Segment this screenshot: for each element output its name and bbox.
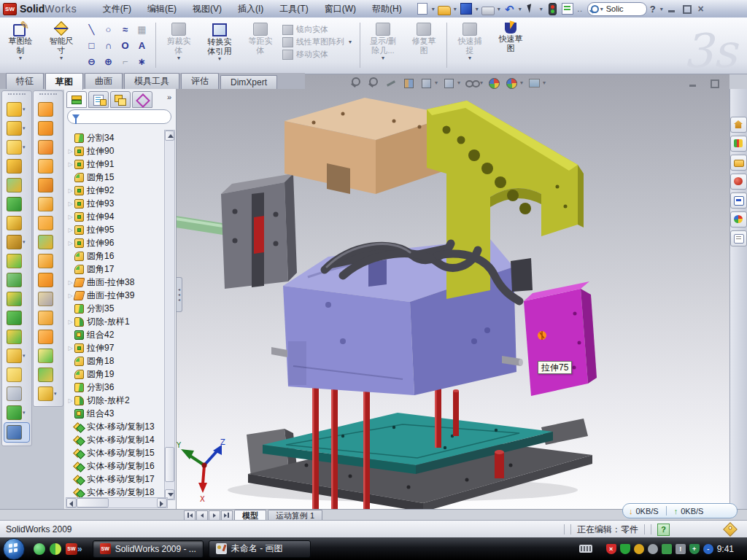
lofted-surface-button[interactable] <box>34 157 63 176</box>
tree-item[interactable]: ▷拉伸92 <box>66 184 166 197</box>
part-clamp-block[interactable] <box>177 174 297 289</box>
tag-icon[interactable] <box>723 522 738 537</box>
sketch-caret-icon[interactable]: ▾ <box>19 55 22 61</box>
tree-item[interactable]: 圆角17 <box>66 262 166 276</box>
ellipse-tool[interactable]: O <box>117 37 133 53</box>
display-delete-relations-button[interactable]: 显示/删 除几... ▾ <box>363 20 403 61</box>
wireless-warning-tray-icon[interactable]: ! <box>676 544 686 554</box>
tree-item[interactable]: ▷拉伸96 <box>66 236 166 249</box>
model-canvas[interactable]: X Y Z <box>177 74 729 509</box>
network-vpn-tray-icon[interactable] <box>662 544 672 554</box>
tree-item[interactable]: 实体-移动/复制15 <box>66 446 166 459</box>
extruded-cut-button[interactable]: ▾ <box>2 119 31 138</box>
tree-vertical-scrollbar[interactable] <box>164 130 175 500</box>
tree-item[interactable]: 分割36 <box>66 381 166 394</box>
tree-item[interactable]: 组合43 <box>66 407 166 420</box>
convert-caret-icon[interactable]: ▾ <box>218 55 221 62</box>
fillet-surface-button[interactable] <box>34 346 63 365</box>
toolbar-grip[interactable] <box>8 93 26 98</box>
scroll-left-button[interactable] <box>66 498 77 508</box>
tab-草图[interactable]: 草图 <box>45 73 83 90</box>
move-entities-button[interactable]: 移动实体 <box>282 49 353 60</box>
taskbar-button-solidworks[interactable]: SWSolidWorks 2009 - ... <box>93 540 204 558</box>
combine-button[interactable] <box>2 308 31 327</box>
smart-dimension-button[interactable]: 智能尺 寸 ▾ <box>41 20 82 61</box>
section-view-icon[interactable] <box>403 77 415 89</box>
measure-button[interactable] <box>4 422 30 443</box>
help-button[interactable]: ? <box>647 4 659 15</box>
scroll-thumb[interactable] <box>165 447 174 482</box>
save-icon[interactable] <box>460 3 472 15</box>
dropdown-caret-icon[interactable]: ▾ <box>23 239 27 245</box>
point-tool[interactable]: ∗ <box>133 53 150 69</box>
tree-item[interactable]: ▷拉伸91 <box>66 158 166 171</box>
tree-item[interactable]: 分割34 <box>66 131 166 144</box>
tab-评估[interactable]: 评估 <box>181 73 219 89</box>
search-dropdown-caret-icon[interactable]: ▾ <box>600 6 603 12</box>
quick-tip-help-icon[interactable]: ? <box>657 524 670 536</box>
sync-blocked-tray-icon[interactable]: - <box>703 544 713 554</box>
print-icon[interactable] <box>481 7 495 15</box>
boundary-surface-button[interactable] <box>34 176 63 195</box>
thicken-button[interactable] <box>34 252 63 271</box>
options-checklist-icon[interactable] <box>562 3 573 15</box>
dropdown-caret-icon[interactable]: ▾ <box>476 6 479 12</box>
dropdown-caret-icon[interactable]: ▾ <box>457 79 460 86</box>
antivirus-alert-tray-icon[interactable]: × <box>606 544 616 554</box>
dropdown-caret-icon[interactable]: ▾ <box>498 6 500 12</box>
tree-item[interactable]: ▷拉伸90 <box>66 144 166 158</box>
configuration-manager-tab[interactable] <box>110 91 131 108</box>
part-magenta-block[interactable] <box>524 281 597 396</box>
tree-item[interactable]: 圆角16 <box>66 249 166 262</box>
dropdown-caret-icon[interactable]: ▾ <box>23 125 27 131</box>
smart-dimension-caret-icon[interactable]: ▾ <box>60 55 63 61</box>
quick-snaps-button[interactable]: 快速捕 捉 ▾ <box>449 20 490 61</box>
expand-arrow-icon[interactable]: ▷ <box>66 240 74 246</box>
tree-item[interactable]: ▷曲面-拉伸38 <box>66 276 166 289</box>
quick-launch-overflow[interactable]: » <box>77 544 82 554</box>
design-library-button[interactable] <box>730 136 747 152</box>
arc-tool[interactable]: ∩ <box>100 37 117 53</box>
dropdown-caret-icon[interactable]: ▾ <box>519 6 522 12</box>
dropdown-caret-icon[interactable]: ▾ <box>23 353 27 359</box>
dropdown-caret-icon[interactable]: ▾ <box>23 106 27 112</box>
tree-item[interactable]: ▷拉伸94 <box>66 210 166 223</box>
hide-show-items-icon[interactable] <box>465 77 478 89</box>
expand-arrow-icon[interactable]: ▷ <box>66 201 74 207</box>
start-button[interactable] <box>3 538 25 560</box>
swept-surface-button[interactable] <box>34 100 63 119</box>
toolbar-overflow-icon[interactable]: ‥ <box>576 3 584 15</box>
tab-模型[interactable]: 模型 <box>234 510 266 521</box>
sketch-fillet-tool[interactable]: ⌐ <box>117 53 133 69</box>
dropdown-caret-icon[interactable]: ▾ <box>54 391 58 397</box>
reference-geometry-button[interactable]: ▾ <box>2 346 31 365</box>
extruded-boss-button[interactable]: ▾ <box>2 100 31 119</box>
expand-arrow-icon[interactable]: ▷ <box>66 161 74 168</box>
slot-tool[interactable]: ⊖ <box>83 53 100 69</box>
split-button[interactable] <box>2 289 31 308</box>
tab-曲面[interactable]: 曲面 <box>85 73 123 89</box>
tab-运动算例 1[interactable]: 运动算例 1 <box>268 510 322 521</box>
rib-button[interactable] <box>2 252 31 271</box>
tree-filter-box[interactable] <box>67 109 171 124</box>
view-palette-button[interactable] <box>730 192 747 209</box>
draft-button[interactable] <box>2 195 31 214</box>
view-setting-icon[interactable] <box>528 77 541 89</box>
menu-view[interactable]: 视图(V) <box>186 1 228 17</box>
tree-item[interactable]: ▷切除-放样1 <box>66 315 166 328</box>
expand-arrow-icon[interactable]: ▷ <box>66 187 74 194</box>
polygon-tool[interactable]: ⊕ <box>100 53 117 69</box>
circle-tool[interactable]: ○ <box>100 21 117 37</box>
swept-boss-button[interactable] <box>2 157 31 176</box>
tab-nav-first-button[interactable] <box>184 510 196 521</box>
replace-face-button[interactable] <box>34 308 63 327</box>
tab-DimXpert[interactable]: DimXpert <box>220 75 277 89</box>
tree-item[interactable]: 圆角18 <box>66 354 166 368</box>
revolved-surface-button[interactable] <box>34 119 63 138</box>
dropdown-caret-icon[interactable]: ▾ <box>454 6 457 12</box>
trim-entities-button[interactable]: 剪裁实 体 ▾ <box>158 20 199 61</box>
menu-insert[interactable]: 插入(I) <box>231 1 270 17</box>
expand-arrow-icon[interactable]: ▷ <box>66 148 74 155</box>
panel-splitter-handle[interactable]: ◂◂◂ <box>177 277 182 312</box>
restore-button[interactable] <box>681 4 692 13</box>
